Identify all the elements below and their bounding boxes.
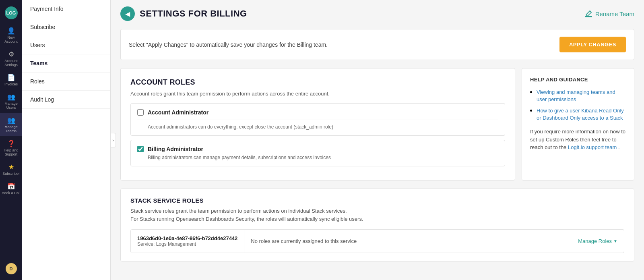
manage-roles-button[interactable]: Manage Roles ▼ — [572, 232, 624, 250]
stack-service-roles-desc: Stack service roles grant the team permi… — [130, 207, 624, 223]
nav-item-users[interactable]: Users — [22, 36, 110, 54]
support-team-link[interactable]: Logit.io support team — [568, 144, 617, 150]
gear-icon: ⚙ — [7, 50, 15, 58]
svg-rect-0 — [585, 16, 592, 17]
rename-icon — [585, 10, 592, 17]
service-name: Service: Logs Management — [137, 241, 237, 247]
service-item-left: 1963d6d0-1e0a-4e87-86f6-b72dd4e27442 Ser… — [131, 230, 244, 253]
nav-item-audit-log[interactable]: Audit Log — [22, 91, 110, 109]
help-list-item-kibana: How to give a user Kibana Read Only or D… — [537, 107, 626, 121]
sidebar-item-book-call[interactable]: 📅 Book a Call — [0, 179, 22, 198]
help-title: HELP AND GUIDANCE — [530, 77, 626, 83]
question-icon: ❓ — [7, 139, 15, 147]
help-body-text-end: . — [618, 144, 620, 150]
role-item-billing-admin: Billing Administrator Billing administra… — [130, 140, 505, 166]
help-list-item-teams: Viewing and managing teams and user perm… — [537, 88, 626, 103]
account-roles-card: ACCOUNT ROLES Account roles grant this t… — [120, 68, 515, 180]
role-item-account-admin: Account Administrator Account administra… — [130, 103, 505, 136]
help-link-kibana[interactable]: How to give a user Kibana Read Only or D… — [537, 108, 624, 121]
service-item: 1963d6d0-1e0a-4e87-86f6-b72dd4e27442 Ser… — [130, 229, 624, 253]
back-button[interactable]: ◀ — [120, 6, 135, 21]
sidebar-item-account-settings[interactable]: ⚙ Account Settings — [0, 47, 22, 70]
sidebar-logo[interactable]: LOG — [0, 3, 22, 23]
page-title: SETTINGS FOR BILLING — [140, 8, 247, 19]
main-content: ◀ SETTINGS FOR BILLING Rename Team Selec… — [111, 0, 644, 280]
sidebar-item-manage-users[interactable]: 👥 Manage Users — [0, 89, 22, 113]
people-icon: 👥 — [7, 93, 15, 101]
role-item-billing-admin-header: Billing Administrator — [137, 146, 498, 152]
star-icon: ★ — [7, 163, 15, 171]
help-link-teams[interactable]: Viewing and managing teams and user perm… — [537, 89, 615, 102]
billing-admin-desc: Billing administrators can manage paymen… — [148, 155, 498, 160]
nav-item-subscribe[interactable]: Subscribe — [22, 18, 110, 36]
logo-circle: LOG — [5, 6, 18, 19]
sidebar-item-new-account[interactable]: 👤 New Account — [0, 23, 22, 47]
account-admin-checkbox[interactable] — [137, 109, 144, 116]
account-admin-label[interactable]: Account Administrator — [148, 109, 208, 116]
help-guidance-panel: HELP AND GUIDANCE Viewing and managing t… — [522, 68, 634, 180]
sidebar-item-help-support[interactable]: ❓ Help and Support — [0, 136, 22, 160]
service-id: 1963d6d0-1e0a-4e87-86f6-b72dd4e27442 — [137, 235, 237, 241]
page-header: ◀ SETTINGS FOR BILLING Rename Team — [120, 6, 634, 21]
help-links-list: Viewing and managing teams and user perm… — [530, 88, 626, 121]
stack-service-roles-section: STACK SERVICE ROLES Stack service roles … — [120, 189, 634, 261]
alert-banner-text: Select "Apply Changes" to automatically … — [129, 41, 328, 48]
sidebar-item-manage-teams[interactable]: 👥 Manage Teams — [0, 113, 22, 136]
account-admin-desc: Account administrators can do everything… — [148, 124, 498, 130]
person-plus-icon: 👤 — [7, 27, 15, 35]
alert-banner: Select "Apply Changes" to automatically … — [120, 29, 634, 60]
nav-item-teams[interactable]: Teams — [22, 54, 110, 73]
stack-service-roles-title: STACK SERVICE ROLES — [130, 197, 624, 204]
page-header-left: ◀ SETTINGS FOR BILLING — [120, 6, 247, 21]
people-active-icon: 👥 — [7, 116, 15, 124]
chevron-down-icon: ▼ — [613, 239, 617, 243]
rename-team-button[interactable]: Rename Team — [585, 10, 634, 17]
service-status-text: No roles are currently assigned to this … — [244, 232, 572, 250]
sidebar-expand-button[interactable]: › — [110, 133, 116, 147]
billing-admin-checkbox[interactable] — [137, 146, 144, 152]
help-body-text: If you require more information on how t… — [530, 128, 626, 151]
sidebar-item-invoices[interactable]: 📄 Invoices — [0, 70, 22, 89]
account-roles-description: Account roles grant this team permission… — [130, 91, 505, 97]
calendar-icon: 📅 — [7, 182, 15, 190]
apply-changes-button[interactable]: APPLY CHANGES — [559, 37, 626, 52]
billing-admin-label[interactable]: Billing Administrator — [148, 146, 203, 152]
nav-sidebar: Payment Info Subscribe Users Teams Roles… — [22, 0, 111, 280]
account-roles-title: ACCOUNT ROLES — [130, 78, 505, 87]
role-item-account-admin-header: Account Administrator — [137, 109, 498, 116]
content-row: ACCOUNT ROLES Account roles grant this t… — [120, 68, 634, 180]
nav-item-payment-info[interactable]: Payment Info — [22, 0, 110, 18]
nav-item-roles[interactable]: Roles — [22, 73, 110, 91]
user-avatar[interactable]: D — [6, 263, 17, 274]
sidebar-bottom: D — [0, 263, 22, 280]
file-icon: 📄 — [7, 73, 15, 81]
sidebar-item-subscribe[interactable]: ★ Subscribe! — [0, 160, 22, 179]
role-divider — [137, 120, 498, 120]
icon-sidebar: LOG 👤 New Account ⚙ Account Settings 📄 I… — [0, 0, 22, 280]
